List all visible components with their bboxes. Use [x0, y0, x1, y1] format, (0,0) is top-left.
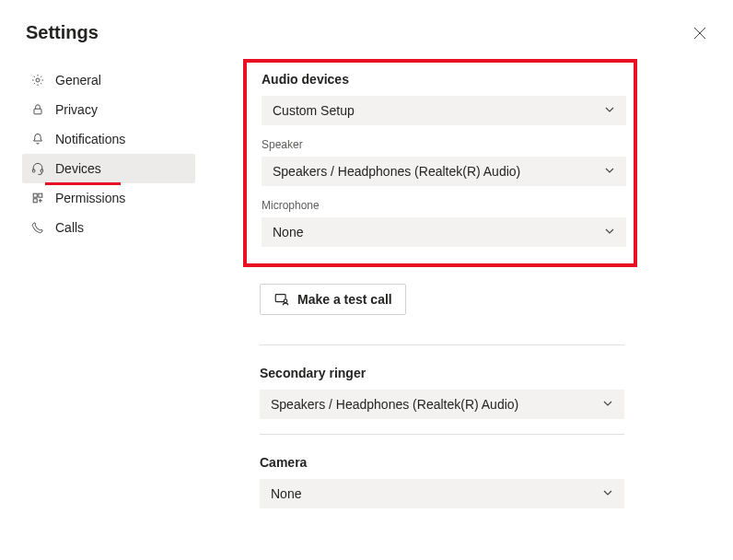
- camera-dropdown[interactable]: None: [260, 479, 624, 508]
- svg-point-10: [284, 299, 287, 303]
- sidebar-item-calls[interactable]: Calls: [22, 213, 195, 242]
- screen-person-icon: [273, 291, 290, 308]
- secondary-ringer-title: Secondary ringer: [260, 366, 624, 380]
- svg-rect-5: [41, 169, 42, 172]
- divider: [260, 434, 624, 435]
- phone-icon: [29, 219, 46, 236]
- divider: [260, 344, 624, 345]
- secondary-ringer-dropdown[interactable]: Speakers / Headphones (Realtek(R) Audio): [260, 390, 624, 419]
- button-label: Make a test call: [297, 292, 392, 307]
- dropdown-value: Speakers / Headphones (Realtek(R) Audio): [273, 164, 520, 179]
- dropdown-value: None: [271, 486, 301, 501]
- chevron-down-icon: [602, 486, 613, 501]
- make-test-call-button[interactable]: Make a test call: [260, 284, 406, 315]
- audio-setup-dropdown[interactable]: Custom Setup: [262, 96, 626, 125]
- speaker-label: Speaker: [262, 138, 619, 151]
- camera-title: Camera: [260, 455, 624, 470]
- settings-sidebar: General Privacy Notifi: [22, 65, 195, 242]
- chevron-down-icon: [604, 164, 615, 179]
- audio-devices-title: Audio devices: [262, 72, 619, 87]
- sidebar-item-label: General: [55, 73, 188, 88]
- svg-rect-6: [33, 193, 37, 197]
- apps-icon: [29, 190, 46, 206]
- lock-icon: [29, 101, 46, 118]
- sidebar-item-general[interactable]: General: [22, 65, 195, 95]
- svg-rect-8: [33, 199, 37, 203]
- sidebar-item-label: Notifications: [55, 132, 188, 146]
- sidebar-item-privacy[interactable]: Privacy: [22, 95, 195, 124]
- gear-icon: [29, 72, 46, 88]
- bell-icon: [29, 131, 46, 147]
- close-button[interactable]: [692, 26, 707, 41]
- audio-devices-highlight: Audio devices Custom Setup Speaker Speak…: [243, 59, 637, 267]
- dropdown-value: Custom Setup: [273, 103, 355, 118]
- sidebar-item-devices[interactable]: Devices: [22, 154, 195, 183]
- svg-point-2: [36, 78, 40, 82]
- chevron-down-icon: [604, 225, 615, 239]
- microphone-dropdown[interactable]: None: [262, 217, 626, 247]
- svg-rect-4: [32, 169, 34, 172]
- sidebar-item-label: Permissions: [55, 191, 188, 205]
- svg-rect-3: [34, 109, 41, 114]
- sidebar-item-label: Devices: [55, 161, 188, 176]
- chevron-down-icon: [602, 397, 613, 412]
- svg-rect-7: [39, 193, 42, 197]
- headset-icon: [29, 160, 46, 177]
- dropdown-value: None: [273, 225, 303, 239]
- sidebar-item-label: Privacy: [55, 102, 188, 117]
- sidebar-item-label: Calls: [55, 220, 188, 235]
- sidebar-item-permissions[interactable]: Permissions: [22, 183, 195, 213]
- microphone-label: Microphone: [262, 199, 619, 212]
- sidebar-item-notifications[interactable]: Notifications: [22, 124, 195, 154]
- page-title: Settings: [26, 22, 223, 43]
- speaker-dropdown[interactable]: Speakers / Headphones (Realtek(R) Audio): [262, 157, 626, 186]
- dropdown-value: Speakers / Headphones (Realtek(R) Audio): [271, 397, 518, 412]
- chevron-down-icon: [604, 103, 615, 118]
